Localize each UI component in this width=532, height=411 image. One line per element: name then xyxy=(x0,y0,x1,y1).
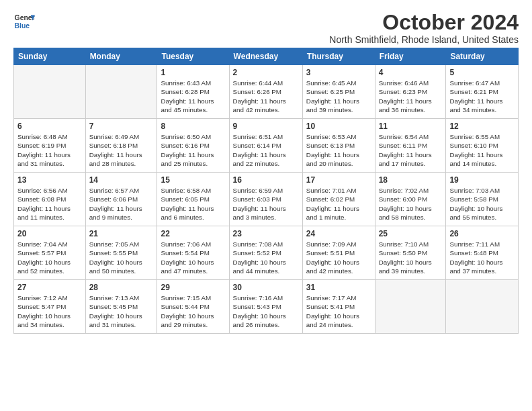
day-number: 13 xyxy=(17,175,82,185)
day-detail: Sunrise: 6:58 AM Sunset: 6:05 PM Dayligh… xyxy=(161,186,225,222)
day-number: 10 xyxy=(306,122,371,131)
day-detail: Sunrise: 7:04 AM Sunset: 5:57 PM Dayligh… xyxy=(17,240,82,275)
calendar-cell: 20Sunrise: 7:04 AM Sunset: 5:57 PM Dayli… xyxy=(14,226,86,280)
calendar-cell: 25Sunrise: 7:10 AM Sunset: 5:50 PM Dayli… xyxy=(375,226,446,280)
calendar-cell: 18Sunrise: 7:02 AM Sunset: 6:00 PM Dayli… xyxy=(375,173,446,226)
day-number: 14 xyxy=(89,175,154,185)
header: General Blue October 2024 North Smithfie… xyxy=(13,11,519,45)
day-detail: Sunrise: 6:50 AM Sunset: 6:16 PM Dayligh… xyxy=(161,132,225,168)
day-number: 26 xyxy=(449,229,515,238)
calendar-cell: 26Sunrise: 7:11 AM Sunset: 5:48 PM Dayli… xyxy=(446,226,519,280)
week-row-2: 6Sunrise: 6:48 AM Sunset: 6:19 PM Daylig… xyxy=(14,119,519,173)
day-number: 28 xyxy=(89,283,154,292)
calendar-cell: 31Sunrise: 7:17 AM Sunset: 5:41 PM Dayli… xyxy=(302,280,375,334)
page: General Blue October 2024 North Smithfie… xyxy=(0,0,532,340)
day-detail: Sunrise: 7:13 AM Sunset: 5:45 PM Dayligh… xyxy=(89,293,154,329)
day-number: 31 xyxy=(306,283,371,292)
weekday-header-friday: Friday xyxy=(375,48,446,65)
day-detail: Sunrise: 6:47 AM Sunset: 6:21 PM Dayligh… xyxy=(449,79,515,114)
calendar-cell xyxy=(375,280,446,334)
week-row-5: 27Sunrise: 7:12 AM Sunset: 5:47 PM Dayli… xyxy=(14,280,519,334)
calendar-cell: 12Sunrise: 6:55 AM Sunset: 6:10 PM Dayli… xyxy=(446,119,519,173)
day-number: 25 xyxy=(379,229,443,238)
day-detail: Sunrise: 7:15 AM Sunset: 5:44 PM Dayligh… xyxy=(161,293,225,329)
day-detail: Sunrise: 7:17 AM Sunset: 5:41 PM Dayligh… xyxy=(306,293,371,329)
day-detail: Sunrise: 6:54 AM Sunset: 6:11 PM Dayligh… xyxy=(379,132,443,168)
calendar-cell: 30Sunrise: 7:16 AM Sunset: 5:43 PM Dayli… xyxy=(229,280,302,334)
week-row-3: 13Sunrise: 6:56 AM Sunset: 6:08 PM Dayli… xyxy=(14,173,519,226)
calendar-cell: 22Sunrise: 7:06 AM Sunset: 5:54 PM Dayli… xyxy=(157,226,229,280)
day-number: 21 xyxy=(89,229,154,238)
day-number: 7 xyxy=(89,122,154,131)
day-detail: Sunrise: 6:46 AM Sunset: 6:23 PM Dayligh… xyxy=(379,79,443,114)
day-detail: Sunrise: 6:45 AM Sunset: 6:25 PM Dayligh… xyxy=(306,79,371,114)
weekday-header-wednesday: Wednesday xyxy=(229,48,302,65)
day-number: 24 xyxy=(306,229,371,238)
month-title: October 2024 xyxy=(329,11,519,34)
calendar-cell: 28Sunrise: 7:13 AM Sunset: 5:45 PM Dayli… xyxy=(85,280,157,334)
calendar-cell: 9Sunrise: 6:51 AM Sunset: 6:14 PM Daylig… xyxy=(229,119,302,173)
week-row-4: 20Sunrise: 7:04 AM Sunset: 5:57 PM Dayli… xyxy=(14,226,519,280)
day-detail: Sunrise: 7:02 AM Sunset: 6:00 PM Dayligh… xyxy=(379,186,443,222)
day-detail: Sunrise: 7:05 AM Sunset: 5:55 PM Dayligh… xyxy=(89,240,154,275)
day-detail: Sunrise: 7:01 AM Sunset: 6:02 PM Dayligh… xyxy=(306,186,371,222)
day-detail: Sunrise: 7:16 AM Sunset: 5:43 PM Dayligh… xyxy=(233,293,299,329)
day-number: 20 xyxy=(17,229,82,238)
weekday-header-thursday: Thursday xyxy=(302,48,375,65)
calendar-cell xyxy=(14,65,86,119)
calendar-cell xyxy=(85,65,157,119)
day-number: 1 xyxy=(161,68,225,77)
calendar-cell: 15Sunrise: 6:58 AM Sunset: 6:05 PM Dayli… xyxy=(157,173,229,226)
day-detail: Sunrise: 6:48 AM Sunset: 6:19 PM Dayligh… xyxy=(17,132,82,168)
calendar-cell: 19Sunrise: 7:03 AM Sunset: 5:58 PM Dayli… xyxy=(446,173,519,226)
day-detail: Sunrise: 6:59 AM Sunset: 6:03 PM Dayligh… xyxy=(233,186,299,222)
day-number: 22 xyxy=(161,229,225,238)
day-number: 18 xyxy=(379,175,443,185)
day-number: 17 xyxy=(306,175,371,185)
weekday-header-row: SundayMondayTuesdayWednesdayThursdayFrid… xyxy=(14,48,519,65)
logo-icon: General Blue xyxy=(13,11,35,32)
day-number: 16 xyxy=(233,175,299,185)
day-detail: Sunrise: 7:12 AM Sunset: 5:47 PM Dayligh… xyxy=(17,293,82,329)
day-number: 30 xyxy=(233,283,299,292)
day-number: 27 xyxy=(17,283,82,292)
day-number: 5 xyxy=(449,68,515,77)
day-number: 23 xyxy=(233,229,299,238)
calendar-cell: 24Sunrise: 7:09 AM Sunset: 5:51 PM Dayli… xyxy=(302,226,375,280)
calendar-cell: 10Sunrise: 6:53 AM Sunset: 6:13 PM Dayli… xyxy=(302,119,375,173)
day-number: 9 xyxy=(233,122,299,131)
calendar-cell: 3Sunrise: 6:45 AM Sunset: 6:25 PM Daylig… xyxy=(302,65,375,119)
calendar-cell: 21Sunrise: 7:05 AM Sunset: 5:55 PM Dayli… xyxy=(85,226,157,280)
day-detail: Sunrise: 6:49 AM Sunset: 6:18 PM Dayligh… xyxy=(89,132,154,168)
calendar-cell: 29Sunrise: 7:15 AM Sunset: 5:44 PM Dayli… xyxy=(157,280,229,334)
calendar-cell: 5Sunrise: 6:47 AM Sunset: 6:21 PM Daylig… xyxy=(446,65,519,119)
calendar-cell: 14Sunrise: 6:57 AM Sunset: 6:06 PM Dayli… xyxy=(85,173,157,226)
calendar-table: SundayMondayTuesdayWednesdayThursdayFrid… xyxy=(13,48,519,334)
calendar-cell: 6Sunrise: 6:48 AM Sunset: 6:19 PM Daylig… xyxy=(14,119,86,173)
week-row-1: 1Sunrise: 6:43 AM Sunset: 6:28 PM Daylig… xyxy=(14,65,519,119)
day-detail: Sunrise: 6:53 AM Sunset: 6:13 PM Dayligh… xyxy=(306,132,371,168)
title-block: October 2024 North Smithfield, Rhode Isl… xyxy=(329,11,519,45)
calendar-cell: 8Sunrise: 6:50 AM Sunset: 6:16 PM Daylig… xyxy=(157,119,229,173)
day-detail: Sunrise: 7:03 AM Sunset: 5:58 PM Dayligh… xyxy=(449,186,515,222)
location-title: North Smithfield, Rhode Island, United S… xyxy=(329,34,519,45)
day-number: 29 xyxy=(161,283,225,292)
day-number: 8 xyxy=(161,122,225,131)
weekday-header-saturday: Saturday xyxy=(446,48,519,65)
calendar-cell xyxy=(446,280,519,334)
day-detail: Sunrise: 7:09 AM Sunset: 5:51 PM Dayligh… xyxy=(306,240,371,275)
weekday-header-tuesday: Tuesday xyxy=(157,48,229,65)
day-detail: Sunrise: 7:08 AM Sunset: 5:52 PM Dayligh… xyxy=(233,240,299,275)
day-number: 15 xyxy=(161,175,225,185)
calendar-cell: 13Sunrise: 6:56 AM Sunset: 6:08 PM Dayli… xyxy=(14,173,86,226)
day-detail: Sunrise: 6:43 AM Sunset: 6:28 PM Dayligh… xyxy=(161,79,225,114)
weekday-header-monday: Monday xyxy=(85,48,157,65)
day-detail: Sunrise: 7:10 AM Sunset: 5:50 PM Dayligh… xyxy=(379,240,443,275)
calendar-cell: 23Sunrise: 7:08 AM Sunset: 5:52 PM Dayli… xyxy=(229,226,302,280)
svg-text:Blue: Blue xyxy=(15,22,30,30)
day-number: 19 xyxy=(449,175,515,185)
day-detail: Sunrise: 6:56 AM Sunset: 6:08 PM Dayligh… xyxy=(17,186,82,222)
day-detail: Sunrise: 6:51 AM Sunset: 6:14 PM Dayligh… xyxy=(233,132,299,168)
weekday-header-sunday: Sunday xyxy=(14,48,86,65)
day-number: 11 xyxy=(379,122,443,131)
